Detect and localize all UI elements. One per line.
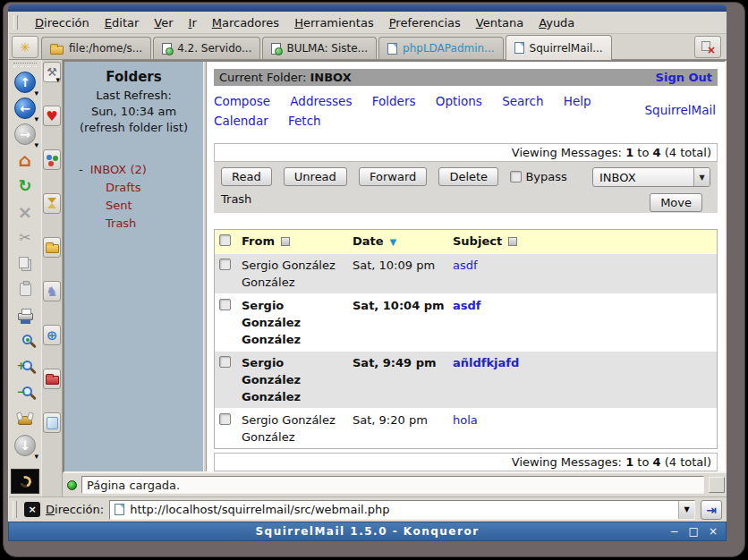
from-sort-button[interactable] [281, 237, 290, 246]
toolbar-grip-handle[interactable] [13, 63, 37, 67]
close-button[interactable]: × [709, 525, 718, 538]
clear-location-button[interactable]: × [24, 502, 40, 517]
message-checkbox[interactable] [219, 299, 231, 310]
message-from: Sergio González González [238, 254, 349, 293]
drafts-link[interactable]: Drafts [106, 181, 141, 194]
addressbar-grip-handle[interactable] [13, 501, 17, 518]
delete-button[interactable]: Delete [438, 167, 498, 186]
copy-button[interactable] [12, 250, 38, 276]
refresh-folder-list-link[interactable]: (refresh folder list) [80, 121, 188, 134]
search-link[interactable]: Search [502, 94, 543, 108]
menu-preferencias[interactable]: Preferencias [389, 16, 461, 30]
date-sort-arrow-icon[interactable]: ▼ [390, 237, 397, 247]
menu-editar[interactable]: Editar [105, 16, 140, 30]
zoom-out-icon [22, 386, 32, 396]
forward-button[interactable]: → [12, 121, 38, 147]
squirrelmail-brand: SquirrelMail [645, 100, 717, 120]
preview-button[interactable] [12, 328, 38, 354]
up-button[interactable]: ↑ [12, 69, 38, 95]
url-input[interactable] [128, 503, 675, 516]
message-date: Sat, 10:04 pm [349, 294, 449, 351]
go-button[interactable]: ⇥ [701, 500, 722, 520]
sign-out-link[interactable]: Sign Out [656, 71, 712, 84]
sidebar-services-button[interactable] [43, 149, 61, 170]
menu-herramientas[interactable]: Herramientas [294, 16, 374, 30]
sidebar-network-button[interactable]: ⊕ [43, 325, 61, 345]
stop-button[interactable]: × [12, 199, 38, 225]
message-subject-link[interactable]: añldfkjafd [453, 356, 519, 369]
sidebar-remote-button[interactable]: ♞ [43, 281, 61, 301]
inbox-link[interactable]: INBOX [90, 163, 127, 176]
web-page-icon [162, 43, 172, 55]
message-subject-link[interactable]: asdf [453, 259, 478, 272]
reload-button[interactable]: ↻ [12, 173, 38, 199]
menubar-grip-handle[interactable] [13, 15, 18, 30]
tab-phpldapadmin[interactable]: phpLDAPadmin... [378, 37, 504, 59]
viewing-messages-bottom: Viewing Messages: 1 to 4 (4 total) [214, 453, 718, 471]
sent-link[interactable]: Sent [106, 199, 132, 212]
sidebar-history-button[interactable] [43, 193, 61, 214]
trash-link[interactable]: Trash [106, 216, 136, 230]
menu-ver[interactable]: Ver [154, 16, 173, 30]
tab-servidor[interactable]: 4.2. Servido... [153, 37, 260, 59]
message-checkbox[interactable] [219, 259, 231, 270]
sidebar-home-folder-button[interactable] [43, 237, 61, 258]
message-subject-link[interactable]: asdf [453, 299, 480, 312]
status-message-field: Página cargada. [81, 476, 704, 494]
paste-button[interactable] [12, 276, 38, 302]
move-button[interactable]: Move [650, 193, 702, 212]
menu-marcadores[interactable]: Marcadores [212, 16, 279, 30]
tab-bulma[interactable]: BULMA: Siste... [262, 37, 377, 59]
new-tab-icon: ✳ [20, 40, 30, 55]
zoom-out-button[interactable] [12, 380, 38, 406]
up-arrow-icon: ↑ [14, 72, 36, 93]
tab-bar: ✳ file:/home/s... 4.2. Servido... BULMA:… [9, 34, 727, 60]
subject-sort-button[interactable] [508, 237, 517, 246]
maximize-button[interactable]: □ [689, 525, 699, 538]
menu-ir[interactable]: Ir [189, 16, 197, 30]
back-button[interactable]: ← [12, 95, 38, 121]
status-resize-box[interactable] [709, 477, 725, 493]
collapse-dash[interactable]: - [79, 163, 83, 176]
url-history-dropdown-arrow[interactable]: ▼ [678, 501, 694, 519]
konqueror-window: Dirección Editar Ver Ir Marcadores Herra… [3, 2, 745, 557]
close-tab-button[interactable]: × [694, 36, 721, 58]
bypass-trash-checkbox[interactable] [510, 171, 522, 182]
help-link[interactable]: Help [564, 94, 591, 108]
menu-ventana[interactable]: Ventana [476, 16, 523, 30]
menu-direccion[interactable]: Dirección [35, 16, 89, 30]
addresses-link[interactable]: Addresses [290, 94, 352, 108]
message-subject-link[interactable]: hola [453, 413, 478, 427]
move-folder-select[interactable]: INBOX ▼ [592, 167, 710, 187]
cut-button[interactable]: ✂ [12, 225, 38, 250]
home-button[interactable]: ⌂ [12, 147, 38, 173]
zoom-in-icon [22, 361, 32, 370]
forward-button-mail[interactable]: Forward [359, 167, 427, 186]
sidebar-notes-button[interactable] [43, 412, 61, 433]
select-dropdown-arrow-icon[interactable]: ▼ [693, 168, 710, 186]
read-button[interactable]: Read [221, 167, 272, 186]
select-all-checkbox[interactable] [219, 234, 231, 246]
clear-x-icon: × [28, 504, 36, 515]
compose-link[interactable]: Compose [214, 94, 270, 108]
profile-button[interactable] [12, 406, 38, 432]
fetch-link[interactable]: Fetch [288, 114, 321, 128]
message-from: Sergio González González [238, 352, 349, 408]
calendar-link[interactable]: Calendar [214, 114, 268, 128]
message-checkbox[interactable] [219, 356, 231, 368]
tab-file-home[interactable]: file:/home/s... [41, 37, 151, 59]
message-checkbox[interactable] [219, 413, 231, 425]
sidebar-bookmarks-button[interactable]: ♥ [43, 106, 61, 126]
menu-ayuda[interactable]: Ayuda [539, 16, 574, 30]
zoom-in-button[interactable] [12, 354, 38, 380]
print-button[interactable] [12, 302, 38, 328]
unread-button[interactable]: Unread [284, 167, 347, 186]
minimize-button[interactable]: − [670, 525, 679, 538]
new-tab-button[interactable]: ✳ [12, 36, 38, 58]
options-link[interactable]: Options [436, 94, 482, 108]
folders-link[interactable]: Folders [372, 94, 416, 108]
tab-squirrelmail-active[interactable]: SquirrelMail... [506, 35, 612, 60]
down-button[interactable]: ↓ [12, 432, 38, 458]
sidebar-root-folder-button[interactable] [43, 369, 61, 389]
sidebar-tools-button[interactable]: ⚒ [43, 62, 61, 82]
